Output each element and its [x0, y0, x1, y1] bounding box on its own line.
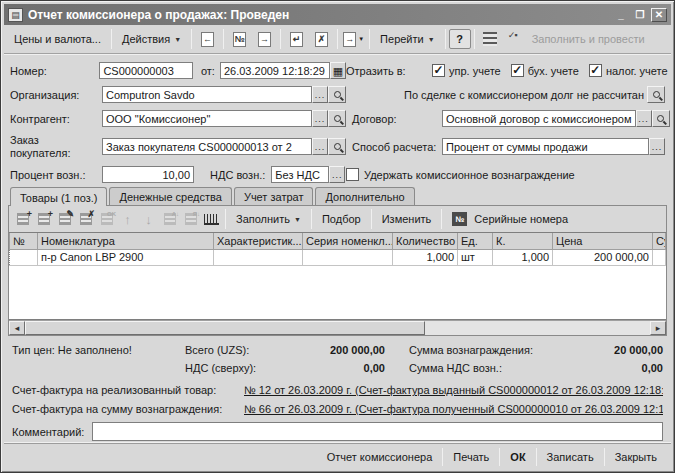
help-button[interactable]: ?: [449, 29, 471, 49]
copy-document-button[interactable]: →: [253, 28, 276, 50]
save-button[interactable]: Записать: [537, 448, 604, 466]
contract-select-button[interactable]: ...: [636, 110, 652, 127]
print-button[interactable]: Печать: [443, 448, 499, 466]
counterparty-open-button[interactable]: [328, 110, 346, 127]
fee-percent-field[interactable]: 10,00: [102, 166, 194, 183]
sum-cell[interactable]: [653, 249, 666, 265]
calendar-button[interactable]: ▦: [330, 62, 346, 79]
actions-button[interactable]: Действия ▼: [115, 30, 188, 48]
management-accounting-checkbox[interactable]: [432, 64, 445, 77]
column-header-unit[interactable]: Ед.: [458, 233, 493, 249]
coef-cell[interactable]: 1,000: [493, 249, 553, 265]
serial-numbers-button[interactable]: № Серийные номера: [445, 209, 575, 229]
fee-vat-field[interactable]: Без НДС: [271, 166, 329, 183]
post-document-button[interactable]: ↵: [285, 28, 308, 50]
book-accounting-checkbox[interactable]: [511, 64, 524, 77]
column-header-sum[interactable]: Сум: [653, 233, 666, 249]
ok-button[interactable]: ОК: [500, 448, 535, 466]
scroll-right-button[interactable]: ▸: [650, 321, 666, 335]
add-copy-row-button[interactable]: +: [33, 209, 54, 229]
move-down-button[interactable]: ↓: [138, 209, 159, 229]
pencil-icon: ✎: [66, 210, 74, 219]
column-header-price[interactable]: Цена: [553, 233, 653, 249]
tab-costs[interactable]: Учет затрат: [234, 187, 314, 205]
row-number-cell[interactable]: 1: [10, 249, 38, 265]
sort-asc-button[interactable]: A↓: [159, 209, 180, 229]
counterparty-select-button[interactable]: ...: [312, 110, 328, 127]
fee-invoice-link[interactable]: № 66 от 26.03.2009 г. (Счет-фактура полу…: [244, 403, 663, 415]
title-bar[interactable]: ▤ Отчет комиссионера о продажах: Проведе…: [4, 4, 671, 25]
set-number-button[interactable]: №: [228, 28, 251, 50]
column-header-num[interactable]: №: [10, 233, 38, 249]
number-field[interactable]: CS000000003: [99, 62, 193, 79]
contract-field[interactable]: Основной договор с комиссионером: [442, 110, 636, 127]
commissioner-report-button[interactable]: Отчет комиссионера: [317, 448, 443, 466]
buyer-order-label: Заказ покупателя:: [10, 134, 102, 159]
move-up-button[interactable]: ↑: [117, 209, 138, 229]
magnifier-icon: [334, 143, 341, 150]
column-header-series[interactable]: Серия номенкл...: [303, 233, 393, 249]
goto-button[interactable]: Перейти ▼: [373, 30, 442, 48]
tab-additional[interactable]: Дополнительно: [315, 187, 414, 205]
tab-goods[interactable]: Товары (1 поз.): [10, 187, 107, 206]
withhold-fee-checkbox[interactable]: [346, 168, 359, 181]
scroll-left-button[interactable]: ◂: [9, 321, 25, 335]
change-button[interactable]: Изменить: [375, 210, 439, 228]
fill-button[interactable]: Заполнить ▼: [229, 210, 308, 228]
contract-open-button[interactable]: [652, 110, 670, 127]
table-row[interactable]: 1 п-р Canon LBP 2900 1,000 шт 1,000 200 …: [10, 249, 666, 265]
nomenclature-cell[interactable]: п-р Canon LBP 2900: [38, 249, 214, 265]
organization-field[interactable]: Computron Savdo: [102, 86, 312, 103]
column-header-nomenclature[interactable]: Номенклатура: [38, 233, 214, 249]
cancel-posting-button[interactable]: ✗: [310, 28, 333, 50]
reread-button[interactable]: ←: [196, 28, 219, 50]
fill-check-button[interactable]: ✓▪: [504, 28, 527, 50]
structure-button[interactable]: [479, 28, 502, 50]
buyer-order-field[interactable]: Заказ покупателя CS000000013 от 2: [102, 138, 312, 155]
sort-desc-button[interactable]: Я↓: [180, 209, 201, 229]
column-header-coef[interactable]: К.: [493, 233, 553, 249]
maximize-button[interactable]: ❐: [632, 8, 648, 22]
counterparty-field[interactable]: ООО "Комиссионер": [102, 110, 312, 127]
close-button-footer[interactable]: Закрыть: [605, 448, 667, 466]
output-button[interactable]: → ▼: [342, 28, 365, 50]
characteristic-cell[interactable]: [214, 249, 303, 265]
series-cell[interactable]: [303, 249, 393, 265]
horizontal-scrollbar[interactable]: ◂ ▸: [9, 320, 666, 335]
add-row-button[interactable]: +: [12, 209, 33, 229]
barcode-button[interactable]: [201, 209, 222, 229]
comment-input[interactable]: [92, 422, 663, 441]
price-cell[interactable]: 200 000,00: [553, 249, 653, 265]
buyer-order-open-button[interactable]: [328, 138, 346, 155]
goods-table: № Номенклатура Характеристик... Серия но…: [9, 232, 666, 320]
date-field[interactable]: 26.03.2009 12:18:29: [220, 62, 330, 79]
toolbar-separator: [441, 209, 442, 229]
total-value: 200 000,00: [277, 344, 385, 356]
selection-button[interactable]: Подбор: [315, 210, 368, 228]
prices-currency-button[interactable]: Цены и валюта...: [7, 30, 108, 48]
minimize-button[interactable]: _: [613, 8, 629, 22]
delete-row-button[interactable]: ✗: [75, 209, 96, 229]
scrollbar-track[interactable]: [25, 321, 650, 335]
unit-cell[interactable]: шт: [458, 249, 493, 265]
tax-accounting-checkbox[interactable]: [589, 64, 602, 77]
calc-method-field[interactable]: Процент от суммы продажи: [442, 138, 649, 155]
organization-select-button[interactable]: ...: [312, 86, 328, 103]
deal-status-open-button[interactable]: [647, 86, 665, 103]
buyer-order-select-button[interactable]: ...: [312, 138, 328, 155]
withhold-fee-label: Удержать комиссионное вознаграждение: [364, 169, 575, 181]
sold-invoice-link[interactable]: № 12 от 26.03.2009 г. (Счет-фактура выда…: [244, 384, 663, 396]
column-header-quantity[interactable]: Количество: [393, 233, 458, 249]
fill-and-post-button: Заполнить и провести: [532, 33, 645, 45]
fee-vat-select-button[interactable]: ...: [329, 166, 345, 183]
quantity-cell[interactable]: 1,000: [393, 249, 458, 265]
column-header-characteristic[interactable]: Характеристик...: [214, 233, 303, 249]
scrollbar-thumb[interactable]: [25, 321, 425, 335]
form-row-organization: Организация: Computron Savdo ... По сдел…: [10, 86, 665, 103]
edit-row-button[interactable]: ✎: [54, 209, 75, 229]
close-button[interactable]: ✕: [651, 8, 667, 22]
end-edit-button[interactable]: OK: [96, 209, 117, 229]
calc-method-select-button[interactable]: ...: [649, 138, 665, 155]
organization-open-button[interactable]: [328, 86, 346, 103]
tab-money[interactable]: Денежные средства: [109, 187, 231, 205]
